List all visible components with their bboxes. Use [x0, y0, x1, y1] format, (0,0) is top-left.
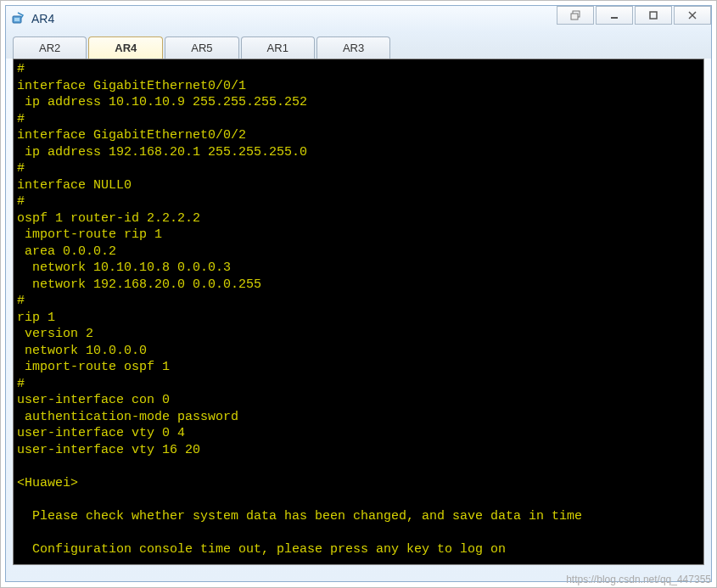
maximize-button[interactable] [635, 6, 672, 25]
tab-label: AR5 [191, 42, 212, 54]
tabs-container: AR2 AR4 AR5 AR1 AR3 [6, 31, 711, 59]
minimize-button[interactable] [596, 6, 633, 25]
application-window: AR4 [5, 5, 712, 582]
tab-label: AR3 [343, 42, 364, 54]
tab-ar4[interactable]: AR4 [88, 36, 163, 59]
tab-ar3[interactable]: AR3 [316, 36, 390, 59]
watermark-text: https://blog.csdn.net/qq_447355 [566, 574, 711, 585]
svg-rect-1 [14, 18, 20, 21]
tab-ar5[interactable]: AR5 [165, 36, 238, 59]
tab-ar1[interactable]: AR1 [241, 36, 315, 59]
tab-bar: AR2 AR4 AR5 AR1 AR3 [13, 36, 704, 59]
svg-rect-3 [571, 14, 578, 20]
close-button[interactable] [674, 6, 711, 25]
titlebar: AR4 [6, 6, 711, 31]
svg-rect-5 [650, 12, 657, 19]
app-icon [11, 11, 26, 26]
tab-label: AR2 [39, 42, 60, 54]
tab-ar2[interactable]: AR2 [13, 36, 87, 59]
tab-label: AR4 [115, 42, 137, 54]
tab-label: AR1 [267, 42, 288, 54]
window-controls [557, 6, 711, 25]
detach-button[interactable] [557, 6, 594, 25]
terminal-output[interactable]: # interface GigabitEthernet0/0/1 ip addr… [13, 59, 704, 565]
